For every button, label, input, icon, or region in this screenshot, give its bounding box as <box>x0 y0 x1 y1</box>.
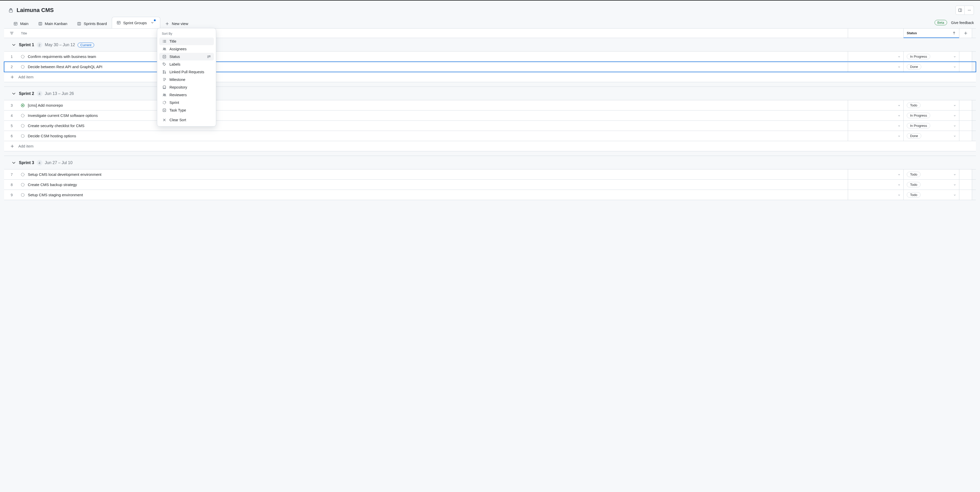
more-menu-button[interactable] <box>965 6 974 15</box>
caret-down-icon <box>897 173 901 176</box>
sort-option-linked-pull-requests[interactable]: Linked Pull Requests <box>159 68 214 76</box>
tab-main-kanban[interactable]: Main Kanban <box>33 19 72 28</box>
scrollbar-gutter <box>972 180 976 189</box>
row-status-cell[interactable]: In Progress <box>904 110 959 121</box>
view-tabs: MainMain KanbanSprints BoardSprint Group… <box>9 17 193 28</box>
row-title-cell[interactable]: [cms] Add monorepo <box>19 100 848 110</box>
row-status-cell[interactable]: In Progress <box>904 121 959 131</box>
row-assignees-cell[interactable] <box>848 131 904 141</box>
table-row[interactable]: 6 Decide CSM hosting options Done <box>4 131 976 141</box>
sort-option-labels[interactable]: Labels <box>159 61 214 68</box>
add-item-row[interactable]: Add item <box>4 141 976 151</box>
row-status-cell[interactable]: Done <box>904 131 959 141</box>
row-status-cell[interactable]: Todo <box>904 190 959 200</box>
row-title-text: Decide between Rest API and GraphQL API <box>28 65 102 69</box>
scrollbar-gutter <box>972 131 976 141</box>
sort-option-task-type[interactable]: Task Type <box>159 107 214 114</box>
row-assignees-cell[interactable] <box>848 190 904 200</box>
table-row[interactable]: 7 Setup CMS local development environmen… <box>4 169 976 180</box>
chevron-down-icon <box>12 161 16 165</box>
column-status[interactable]: Status <box>904 29 959 38</box>
row-assignees-cell[interactable] <box>848 51 904 62</box>
row-assignees-cell[interactable] <box>848 62 904 72</box>
status-pill: Done <box>907 64 921 69</box>
tab-main[interactable]: Main <box>9 19 33 28</box>
status-pill: Todo <box>907 172 921 177</box>
column-title[interactable]: Title <box>19 29 848 38</box>
new-view-button[interactable]: New view <box>160 19 193 28</box>
sprint-icon <box>162 100 166 105</box>
row-title-cell[interactable]: Confirm requirments with business team <box>19 51 848 62</box>
group-header[interactable]: Sprint 2 4 Jun 13 – Jun 26 <box>4 87 976 100</box>
board-icon <box>77 22 81 26</box>
row-number: 9 <box>4 190 19 200</box>
row-title-cell[interactable]: Create security checklist for CMS <box>19 121 848 131</box>
row-assignees-cell[interactable] <box>848 169 904 179</box>
group-header[interactable]: Sprint 1 2 May 30 – Jun 12 Current <box>4 38 976 51</box>
scrollbar-gutter <box>972 51 976 62</box>
panel-toggle-button[interactable] <box>956 6 965 15</box>
sort-by-popover: Sort By Title Assignees Status Labels Li… <box>157 28 216 127</box>
row-title-cell[interactable]: Decide between Rest API and GraphQL API <box>19 62 848 72</box>
row-status-cell[interactable]: Todo <box>904 169 959 179</box>
row-status-cell[interactable]: Done <box>904 62 959 72</box>
caret-down-icon <box>953 55 956 59</box>
sort-option-reviewers[interactable]: Reviewers <box>159 91 214 99</box>
add-column-button[interactable] <box>959 29 972 38</box>
row-title-cell[interactable]: Create CMS backup strategy <box>19 180 848 189</box>
row-title-cell[interactable]: Investigate current CSM software options <box>19 110 848 121</box>
row-status-cell[interactable]: Todo <box>904 180 959 189</box>
column-assignees[interactable] <box>848 29 904 38</box>
sort-option-repository[interactable]: Repository <box>159 83 214 91</box>
clear-sort-item[interactable]: Clear Sort <box>159 116 214 124</box>
tab-sprint-groups[interactable]: Sprint Groups <box>112 17 161 28</box>
row-title-text: Setup CMS staging environment <box>28 193 83 197</box>
give-feedback-link[interactable]: Give feedback <box>951 21 974 25</box>
sort-option-label: Task Type <box>169 108 186 112</box>
row-extra-cell <box>959 100 972 110</box>
row-title-cell[interactable]: Setup CMS local development environment <box>19 169 848 179</box>
sort-option-label: Title <box>169 39 177 43</box>
pr-icon <box>162 70 166 74</box>
status-pill: In Progress <box>907 113 930 118</box>
sort-option-label: Status <box>169 55 180 59</box>
tab-label: Main <box>20 21 29 26</box>
caret-down-icon <box>897 183 901 186</box>
table-row[interactable]: 3 [cms] Add monorepo Todo <box>4 100 976 110</box>
table-row[interactable]: 4 Investigate current CSM software optio… <box>4 110 976 121</box>
table-icon <box>117 21 121 25</box>
row-title-cell[interactable]: Decide CSM hosting options <box>19 131 848 141</box>
row-title-cell[interactable]: Setup CMS staging environment <box>19 190 848 200</box>
add-item-row[interactable]: Add item <box>4 72 976 82</box>
tab-sprints-board[interactable]: Sprints Board <box>72 19 112 28</box>
row-extra-cell <box>959 190 972 200</box>
sort-option-sprint[interactable]: Sprint <box>159 99 214 107</box>
group-header[interactable]: Sprint 3 4 Jun 27 – Jul 10 <box>4 156 976 169</box>
sort-option-status[interactable]: Status <box>159 53 214 61</box>
sort-option-milestone[interactable]: Milestone <box>159 76 214 83</box>
sort-option-title[interactable]: Title <box>159 38 214 45</box>
row-assignees-cell[interactable] <box>848 180 904 189</box>
row-extra-cell <box>959 131 972 141</box>
table-row[interactable]: 5 Create security checklist for CMS In P… <box>4 121 976 131</box>
filter-icon[interactable] <box>10 31 14 35</box>
sort-option-label: Reviewers <box>169 93 187 97</box>
tab-options-button[interactable] <box>149 20 156 26</box>
row-assignees-cell[interactable] <box>848 110 904 121</box>
lock-icon <box>9 8 13 13</box>
row-status-cell[interactable]: In Progress <box>904 51 959 62</box>
group-name: Sprint 2 <box>19 91 34 96</box>
panel-icon <box>958 8 962 12</box>
table-row[interactable]: 1 Confirm requirments with business team… <box>4 51 976 62</box>
table-row[interactable]: 2 Decide between Rest API and GraphQL AP… <box>4 62 976 72</box>
row-number: 8 <box>4 180 19 189</box>
row-status-cell[interactable]: Todo <box>904 100 959 110</box>
scrollbar-gutter <box>972 169 976 179</box>
row-assignees-cell[interactable] <box>848 121 904 131</box>
row-assignees-cell[interactable] <box>848 100 904 110</box>
sort-option-assignees[interactable]: Assignees <box>159 45 214 53</box>
table-row[interactable]: 8 Create CMS backup strategy Todo <box>4 180 976 190</box>
table-row[interactable]: 9 Setup CMS staging environment Todo <box>4 190 976 200</box>
row-title-text: Investigate current CSM software options <box>28 113 98 118</box>
new-view-label: New view <box>172 21 188 26</box>
